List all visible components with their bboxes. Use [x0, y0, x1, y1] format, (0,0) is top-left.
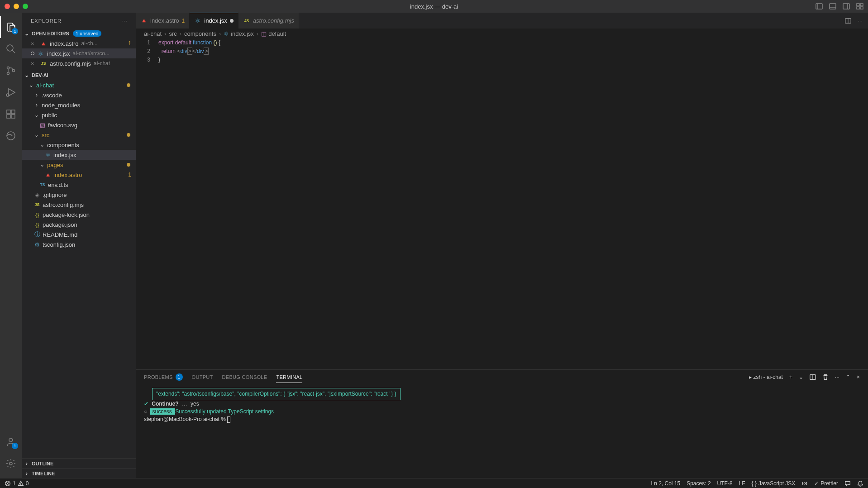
panel-tab-terminal[interactable]: TERMINAL: [276, 372, 302, 383]
panel-tab-problems[interactable]: PROBLEMS 1: [144, 371, 183, 383]
terminal-chevron-icon[interactable]: ⌄: [799, 374, 803, 380]
open-editor-item[interactable]: × 🔺 index.astro ai-ch... 1: [22, 38, 136, 48]
more-icon[interactable]: ···: [858, 17, 863, 24]
panel-right-icon[interactable]: [843, 3, 850, 10]
sidebar-more-icon[interactable]: ···: [122, 18, 128, 24]
close-icon[interactable]: ×: [31, 60, 37, 67]
file-astro-config[interactable]: JS astro.config.mjs: [22, 200, 136, 210]
activity-edge[interactable]: [0, 125, 22, 147]
status-prettier[interactable]: ✓ Prettier: [814, 480, 838, 487]
editor-tabs: 🔺 index.astro 1 ⚛ index.jsx JS astro.con…: [136, 13, 868, 29]
crumb[interactable]: src: [169, 30, 176, 37]
panel-tab-output[interactable]: OUTPUT: [192, 372, 213, 383]
file-name: astro.config.mjs: [50, 60, 91, 67]
split-terminal-icon[interactable]: [810, 374, 816, 380]
status-go-live[interactable]: [801, 480, 808, 487]
status-errors[interactable]: 1 0: [5, 480, 29, 487]
close-panel-icon[interactable]: ×: [857, 374, 860, 380]
terminal-output[interactable]: "extends": "astro/tsconfigs/base", "comp…: [136, 384, 868, 478]
folder-components[interactable]: ⌄ components: [22, 140, 136, 150]
panel-more-icon[interactable]: ···: [835, 374, 839, 380]
open-editor-item[interactable]: × JS astro.config.mjs ai-chat: [22, 58, 136, 68]
file-index-jsx[interactable]: ⚛ index.jsx: [22, 150, 136, 160]
activity-source-control[interactable]: [0, 60, 22, 81]
file-index-astro[interactable]: 🔺 index.astro 1: [22, 170, 136, 180]
crumb[interactable]: components: [184, 30, 216, 37]
status-lang[interactable]: { } JavaScript JSX: [752, 480, 796, 487]
breadcrumb[interactable]: ai-chat › src › components › ⚛ index.jsx…: [136, 29, 868, 38]
activity-explorer[interactable]: 1: [0, 16, 22, 38]
json-file-icon: {}: [33, 221, 41, 228]
folder-label: .vscode: [42, 92, 62, 99]
svg-line-11: [12, 50, 15, 53]
layout-icon[interactable]: [856, 3, 863, 10]
open-editor-item[interactable]: ⚛ index.jsx ai-chat/src/co...: [22, 48, 136, 58]
minimize-window[interactable]: [14, 4, 19, 9]
activity-settings[interactable]: [0, 453, 22, 474]
folder-label: components: [47, 142, 79, 148]
file-favicon[interactable]: ▧ favicon.svg: [22, 120, 136, 130]
file-gitignore[interactable]: ◈ .gitignore: [22, 190, 136, 200]
timeline-header[interactable]: › TIMELINE: [22, 468, 136, 478]
status-spaces[interactable]: Spaces: 2: [687, 480, 711, 487]
folder-vscode[interactable]: › .vscode: [22, 90, 136, 100]
folder-node-modules[interactable]: › node_modules: [22, 100, 136, 110]
file-path: ai-chat: [94, 60, 110, 67]
file-tsconfig[interactable]: ⚙ tsconfig.json: [22, 239, 136, 249]
tab-astro-config[interactable]: JS astro.config.mjs: [238, 13, 299, 29]
file-env[interactable]: TS env.d.ts: [22, 180, 136, 190]
crumb[interactable]: ⚛ index.jsx: [224, 30, 254, 37]
panel-tab-debug[interactable]: DEBUG CONSOLE: [222, 372, 267, 383]
open-editors-header[interactable]: ⌄ OPEN EDITORS 1 unsaved: [22, 29, 136, 38]
tab-label: index.astro: [150, 17, 179, 24]
tab-index-jsx[interactable]: ⚛ index.jsx: [190, 13, 238, 29]
folder-label: node_modules: [42, 102, 80, 109]
crumb[interactable]: ◫ default: [261, 30, 286, 37]
file-tree: ⌄ ai-chat › .vscode › node_modules ⌄ pub…: [22, 80, 136, 458]
crumb[interactable]: ai-chat: [144, 30, 162, 37]
status-bar: 1 0 Ln 2, Col 15 Spaces: 2 UTF-8 LF { } …: [0, 478, 868, 488]
folder-pages[interactable]: ⌄ pages: [22, 160, 136, 170]
svg-point-32: [804, 483, 806, 484]
svg-point-13: [7, 72, 10, 75]
maximize-window[interactable]: [23, 4, 28, 9]
file-readme[interactable]: ⓘ README.md: [22, 230, 136, 239]
code-content[interactable]: export default function () { return <div…: [158, 38, 868, 369]
svg-rect-0: [816, 4, 822, 9]
activity-search[interactable]: [0, 38, 22, 60]
folder-src[interactable]: ⌄ src: [22, 130, 136, 140]
astro-file-icon: 🔺: [44, 171, 52, 178]
astro-file-icon: 🔺: [40, 40, 47, 47]
activity-debug[interactable]: [0, 81, 22, 103]
trash-icon[interactable]: [822, 374, 829, 380]
maximize-panel-icon[interactable]: ⌃: [846, 374, 850, 380]
open-editors-label: OPEN EDITORS: [32, 31, 69, 36]
close-window[interactable]: [5, 4, 10, 9]
panel-bottom-icon[interactable]: [829, 3, 836, 10]
status-ln-col[interactable]: Ln 2, Col 15: [651, 480, 680, 487]
file-package-lock[interactable]: {} package-lock.json: [22, 210, 136, 220]
status-encoding[interactable]: UTF-8: [717, 480, 733, 487]
status-eol[interactable]: LF: [739, 480, 745, 487]
new-terminal-icon[interactable]: +: [789, 374, 792, 380]
status-bell-icon[interactable]: [857, 480, 863, 487]
tab-index-astro[interactable]: 🔺 index.astro 1: [136, 13, 190, 29]
status-feedback-icon[interactable]: [844, 480, 851, 487]
outline-header[interactable]: › OUTLINE: [22, 458, 136, 468]
panel-left-icon[interactable]: [816, 3, 823, 10]
bottom-panel: PROBLEMS 1 OUTPUT DEBUG CONSOLE TERMINAL…: [136, 369, 868, 478]
split-editor-icon[interactable]: [845, 18, 851, 24]
file-label: astro.config.mjs: [43, 201, 84, 208]
activity-extensions[interactable]: [0, 103, 22, 125]
file-label: index.astro: [53, 172, 82, 178]
folder-ai-chat[interactable]: ⌄ ai-chat: [22, 80, 136, 90]
workspace-header[interactable]: ⌄ DEV-AI: [22, 70, 136, 80]
main-area: 🔺 index.astro 1 ⚛ index.jsx JS astro.con…: [136, 13, 868, 478]
folder-public[interactable]: ⌄ public: [22, 110, 136, 120]
file-path: ai-ch...: [81, 40, 98, 47]
close-icon[interactable]: ×: [31, 40, 37, 47]
terminal-shell-name[interactable]: ▸ zsh - ai-chat: [749, 374, 783, 380]
code-editor[interactable]: 1 2 3 export default function () { retur…: [136, 38, 868, 369]
file-package-json[interactable]: {} package.json: [22, 220, 136, 230]
activity-accounts[interactable]: 1: [0, 431, 22, 453]
